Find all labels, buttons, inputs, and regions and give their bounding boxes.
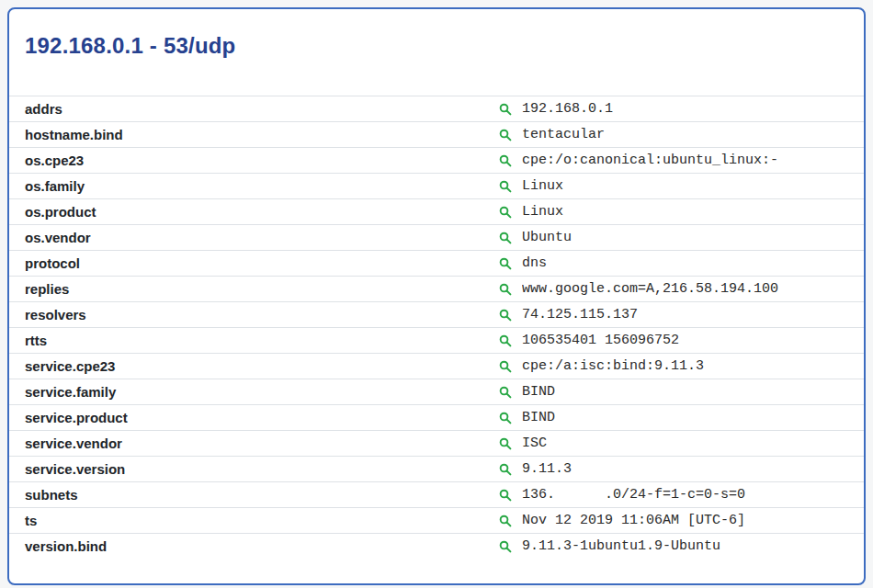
- table-row: os.family Linux: [9, 173, 864, 198]
- field-value: BIND: [522, 384, 555, 400]
- table-row: protocol dns: [9, 250, 864, 276]
- card-header: 192.168.0.1 - 53/udp: [9, 9, 864, 96]
- field-key: protocol: [9, 255, 499, 271]
- search-icon[interactable]: [499, 103, 512, 116]
- search-icon[interactable]: [499, 540, 512, 553]
- table-row: service.family BIND: [9, 379, 864, 404]
- search-icon[interactable]: [499, 463, 512, 476]
- page-title: 192.168.0.1 - 53/udp: [25, 33, 848, 59]
- field-key: os.product: [9, 204, 499, 220]
- field-key: replies: [9, 281, 499, 297]
- search-icon[interactable]: [499, 334, 512, 347]
- field-key: service.version: [9, 461, 499, 477]
- search-icon[interactable]: [499, 283, 512, 296]
- field-value-group: Linux: [499, 178, 563, 194]
- host-detail-card: 192.168.0.1 - 53/udp addrs 192.168.0.1 h…: [7, 7, 866, 585]
- search-icon[interactable]: [499, 309, 512, 322]
- search-icon[interactable]: [499, 437, 512, 450]
- field-key: subnets: [9, 487, 499, 503]
- field-value: BIND: [522, 410, 555, 425]
- table-row: hostname.bind tentacular: [9, 121, 864, 147]
- table-row: service.product BIND: [9, 404, 864, 430]
- field-value-group: www.google.com=A,216.58.194.100: [499, 281, 778, 297]
- field-value-group: BIND: [499, 384, 555, 400]
- search-icon[interactable]: [499, 206, 512, 219]
- field-key: hostname.bind: [9, 127, 499, 142]
- search-icon[interactable]: [499, 489, 512, 502]
- kv-table: addrs 192.168.0.1 hostname.bind tentacul…: [9, 96, 864, 583]
- field-value: cpe:/a:isc:bind:9.11.3: [522, 358, 704, 374]
- field-value-group: cpe:/a:isc:bind:9.11.3: [499, 358, 704, 374]
- field-key: os.vendor: [9, 230, 499, 245]
- field-value: Linux: [522, 178, 563, 194]
- field-value-group: 9.11.3-1ubuntu1.9-Ubuntu: [499, 538, 720, 554]
- field-key: service.vendor: [9, 435, 499, 451]
- field-key: service.family: [9, 384, 499, 400]
- search-icon[interactable]: [499, 514, 512, 527]
- table-row: subnets 136. .0/24-f=1-c=0-s=0: [9, 481, 864, 507]
- field-value: Ubuntu: [522, 230, 572, 245]
- field-key: rtts: [9, 333, 499, 348]
- field-key: service.product: [9, 410, 499, 425]
- field-value-group: Ubuntu: [499, 230, 572, 245]
- table-row: service.vendor ISC: [9, 430, 864, 456]
- field-key: os.family: [9, 178, 499, 194]
- search-icon[interactable]: [499, 180, 512, 193]
- field-value-group: ISC: [499, 435, 547, 451]
- search-icon[interactable]: [499, 360, 512, 373]
- field-value: dns: [522, 255, 547, 271]
- search-icon[interactable]: [499, 129, 512, 141]
- field-value-group: tentacular: [499, 127, 605, 142]
- search-icon[interactable]: [499, 386, 512, 399]
- field-value-group: Nov 12 2019 11:06AM [UTC-6]: [499, 513, 745, 528]
- search-icon[interactable]: [499, 257, 512, 270]
- field-value: 106535401 156096752: [522, 333, 679, 348]
- table-row: rtts 106535401 156096752: [9, 327, 864, 353]
- field-key: addrs: [9, 101, 499, 117]
- field-value: 9.11.3: [522, 461, 572, 477]
- search-icon[interactable]: [499, 154, 512, 167]
- field-value: www.google.com=A,216.58.194.100: [522, 281, 778, 297]
- field-value: 136. .0/24-f=1-c=0-s=0: [522, 487, 745, 503]
- table-row: os.cpe23 cpe:/o:canonical:ubuntu_linux:-: [9, 147, 864, 173]
- field-value-group: 192.168.0.1: [499, 101, 613, 117]
- table-row: os.vendor Ubuntu: [9, 224, 864, 250]
- field-value: 9.11.3-1ubuntu1.9-Ubuntu: [522, 538, 720, 554]
- field-value: Linux: [522, 204, 563, 220]
- field-value-group: dns: [499, 255, 547, 271]
- search-icon[interactable]: [499, 412, 512, 424]
- table-row: resolvers 74.125.115.137: [9, 301, 864, 327]
- table-row: service.version 9.11.3: [9, 456, 864, 481]
- field-key: resolvers: [9, 307, 499, 322]
- table-row: addrs 192.168.0.1: [9, 96, 864, 121]
- search-icon[interactable]: [499, 232, 512, 244]
- field-value-group: 136. .0/24-f=1-c=0-s=0: [499, 487, 745, 503]
- field-value: 74.125.115.137: [522, 307, 638, 322]
- table-row: service.cpe23 cpe:/a:isc:bind:9.11.3: [9, 353, 864, 379]
- table-row: os.product Linux: [9, 198, 864, 224]
- field-value: ISC: [522, 435, 547, 451]
- field-value-group: cpe:/o:canonical:ubuntu_linux:-: [499, 153, 778, 168]
- field-value-group: 106535401 156096752: [499, 333, 679, 348]
- field-key: version.bind: [9, 538, 499, 554]
- field-key: os.cpe23: [9, 153, 499, 168]
- table-row: ts Nov 12 2019 11:06AM [UTC-6]: [9, 507, 864, 533]
- field-key: service.cpe23: [9, 358, 499, 374]
- field-value: tentacular: [522, 127, 605, 142]
- field-value-group: BIND: [499, 410, 555, 425]
- field-key: ts: [9, 513, 499, 528]
- table-row: replies www.google.com=A,216.58.194.100: [9, 276, 864, 301]
- field-value: Nov 12 2019 11:06AM [UTC-6]: [522, 513, 745, 528]
- field-value: 192.168.0.1: [522, 101, 613, 117]
- field-value-group: Linux: [499, 204, 563, 220]
- field-value-group: 9.11.3: [499, 461, 572, 477]
- field-value-group: 74.125.115.137: [499, 307, 638, 322]
- field-value: cpe:/o:canonical:ubuntu_linux:-: [522, 153, 778, 168]
- table-row: version.bind 9.11.3-1ubuntu1.9-Ubuntu: [9, 533, 864, 559]
